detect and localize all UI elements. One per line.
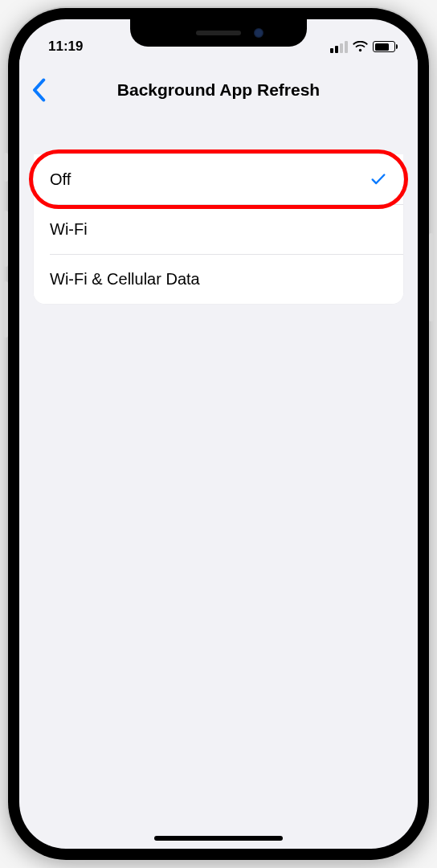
phone-frame: 11:19 [8,8,429,860]
option-label: Off [50,170,71,189]
front-camera [254,28,263,38]
battery-icon [373,41,395,52]
wifi-icon [353,41,368,52]
chevron-left-icon [31,78,47,102]
screen: 11:19 [19,19,418,849]
speaker-grille [196,31,241,35]
mute-switch [3,153,8,182]
checkmark-icon [370,170,387,188]
status-time: 11:19 [48,39,83,55]
options-list: Off Wi-Fi Wi-Fi & Cellular Data [34,154,403,304]
option-off[interactable]: Off [34,154,403,204]
status-icons [330,41,395,53]
home-indicator[interactable] [154,836,283,841]
option-label: Wi-Fi & Cellular Data [50,270,200,289]
side-button [429,233,434,321]
nav-title: Background App Refresh [117,80,320,100]
option-label: Wi-Fi [50,220,88,239]
option-wifi[interactable]: Wi-Fi [34,204,403,254]
cellular-signal-icon [330,41,348,53]
nav-bar: Background App Refresh [19,59,418,121]
notch [130,19,307,47]
option-wifi-cellular[interactable]: Wi-Fi & Cellular Data [34,254,403,304]
volume-down-button [3,281,8,338]
volume-up-button [3,211,8,267]
back-button[interactable] [31,59,47,121]
